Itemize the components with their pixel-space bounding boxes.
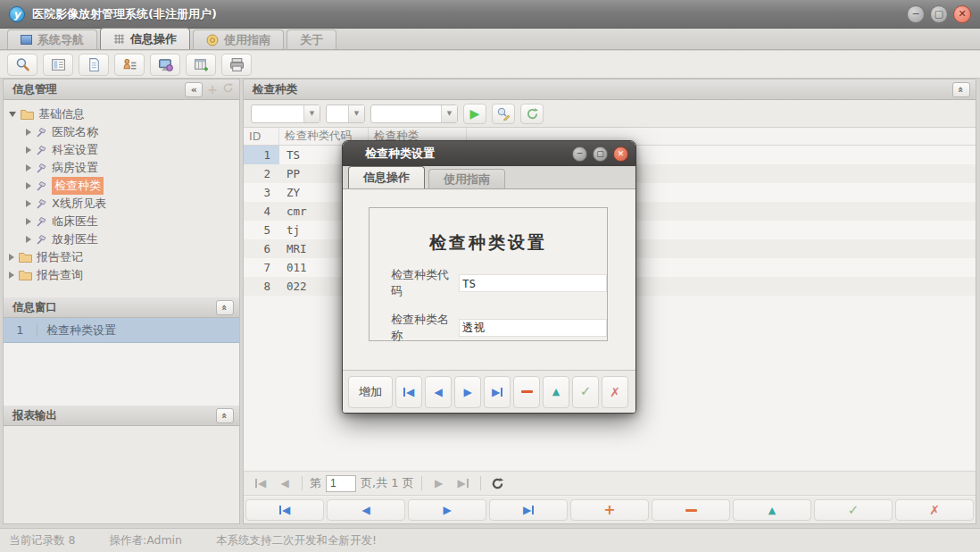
refresh-tree-icon[interactable]: [222, 82, 234, 96]
collapsed-arrow-icon[interactable]: [26, 129, 31, 136]
nav-last-button[interactable]: ▶: [489, 499, 568, 521]
collapsed-arrow-icon[interactable]: [26, 164, 31, 171]
add-button[interactable]: 增加: [348, 376, 393, 408]
tab-user-guide[interactable]: 使用指南: [193, 29, 284, 49]
expanded-arrow-icon[interactable]: [9, 112, 16, 117]
nav-first-button[interactable]: ◀: [245, 499, 324, 521]
main-tab-strip: 系统导航 信息操作 使用指南 关于: [0, 29, 980, 50]
nav-next-button[interactable]: ▶: [408, 499, 486, 521]
tab-system-nav[interactable]: 系统导航: [7, 29, 97, 49]
dialog-close-icon[interactable]: ✕: [613, 146, 628, 162]
run-query-button[interactable]: ▶: [463, 104, 486, 124]
info-window-header: 信息窗口 «: [4, 297, 239, 318]
page-first-button[interactable]: ◀: [251, 473, 270, 493]
printer-button[interactable]: [221, 54, 252, 76]
search-button[interactable]: [7, 54, 37, 76]
monitor-button[interactable]: [150, 54, 180, 76]
table-add-button[interactable]: [186, 54, 216, 76]
minimize-icon[interactable]: ─: [907, 5, 925, 23]
collapsed-arrow-icon[interactable]: [26, 146, 31, 154]
edit-record-button[interactable]: ▲: [733, 499, 811, 521]
nav-first-button[interactable]: ◀: [395, 376, 422, 408]
confirm-button[interactable]: ✓: [814, 499, 893, 521]
operator: 操作者:Admin: [109, 533, 182, 548]
tree-item-report-query[interactable]: 报告查询: [9, 266, 239, 284]
collapsed-arrow-icon[interactable]: [26, 200, 31, 207]
dialog-tab-info-operation[interactable]: 信息操作: [348, 166, 425, 188]
page-next-button[interactable]: ▶: [429, 473, 449, 493]
filter-dropdown-2[interactable]: ▼: [326, 105, 365, 123]
collapse-up-icon[interactable]: «: [216, 408, 234, 423]
document-icon: [87, 57, 102, 72]
edit-record-button[interactable]: ▲: [543, 376, 569, 408]
collapsed-arrow-icon[interactable]: [26, 236, 31, 243]
exam-type-dialog: 检查种类设置 ─ ▢ ✕ 信息操作 使用指南 检查种类设置 检查种类代码 检查种…: [342, 140, 636, 414]
remove-record-button[interactable]: [652, 499, 730, 521]
collapsed-arrow-icon[interactable]: [9, 272, 14, 279]
page-refresh-button[interactable]: [488, 473, 508, 493]
remove-record-button[interactable]: [513, 376, 540, 408]
collapsed-arrow-icon[interactable]: [26, 182, 31, 189]
tree-item-basic-info[interactable]: 基础信息: [9, 105, 239, 123]
collapse-up-icon[interactable]: «: [216, 300, 234, 315]
collapse-left-icon[interactable]: «: [185, 82, 203, 97]
tree-item-department-setup[interactable]: 科室设置: [9, 141, 239, 159]
tree-item-radiology-doctor[interactable]: 放射医生: [9, 230, 239, 248]
nav-prev-button[interactable]: ◀: [425, 376, 452, 408]
dialog-minimize-icon[interactable]: ─: [572, 146, 587, 162]
tree-item-exam-type[interactable]: 检查种类: [9, 177, 239, 195]
tree-item-hospital-name[interactable]: 医院名称: [9, 123, 239, 141]
tree-item-xray-findings[interactable]: X线所见表: [9, 195, 239, 213]
dialog-titlebar[interactable]: 检查种类设置 ─ ▢ ✕: [343, 141, 635, 166]
column-header-id[interactable]: ID: [244, 128, 279, 145]
cancel-icon: ✗: [610, 386, 620, 398]
tab-info-operation[interactable]: 信息操作: [100, 28, 190, 49]
refresh-button[interactable]: [520, 104, 544, 124]
dialog-maximize-icon[interactable]: ▢: [593, 146, 608, 162]
system-note: 本系统支持二次开发和全新开发!: [216, 533, 377, 548]
page-last-button[interactable]: ▶: [453, 473, 473, 493]
collapse-panel-icon[interactable]: «: [952, 82, 970, 97]
confirm-button[interactable]: ✓: [572, 376, 599, 408]
info-window-row[interactable]: 1 检查种类设置: [4, 318, 239, 343]
tree-item-report-register[interactable]: 报告登记: [9, 248, 239, 266]
page-prev-button[interactable]: ◀: [275, 473, 295, 493]
tree-item-ward-setup[interactable]: 病房设置: [9, 159, 239, 177]
exam-name-input[interactable]: [459, 319, 607, 337]
up-icon: ▲: [768, 506, 776, 515]
yellow-badge-icon: [206, 34, 219, 46]
nav-prev-button[interactable]: ◀: [327, 499, 405, 521]
exam-code-input[interactable]: [459, 274, 607, 292]
tree-item-clinical-doctor[interactable]: 临床医生: [9, 213, 239, 230]
app-logo-icon: y: [9, 6, 25, 22]
collapsed-arrow-icon[interactable]: [26, 218, 31, 225]
collapsed-arrow-icon[interactable]: [9, 254, 14, 261]
window-title: 医院影像放射管理系统(非注册用户): [32, 6, 217, 22]
add-record-button[interactable]: +: [570, 499, 649, 521]
page-number-input[interactable]: [326, 475, 356, 492]
info-tree: 基础信息 医院名称 科室设置 病房设置 检查种类 X线所见表: [4, 100, 239, 284]
document-button[interactable]: [79, 54, 109, 76]
form-button[interactable]: [43, 54, 73, 76]
cancel-button[interactable]: ✗: [602, 376, 628, 408]
tool-icon: [36, 180, 47, 191]
cancel-button[interactable]: ✗: [895, 499, 974, 521]
chevron-down-icon[interactable]: ▼: [303, 105, 320, 122]
chevron-down-icon[interactable]: ▼: [348, 105, 364, 122]
filter-dropdown-1[interactable]: ▼: [251, 105, 320, 123]
row-index: 1: [4, 323, 37, 337]
nav-next-button[interactable]: ▶: [454, 376, 481, 408]
tab-about[interactable]: 关于: [287, 29, 336, 49]
nav-last-button[interactable]: ▶: [484, 376, 511, 408]
grid-icon: [113, 34, 125, 45]
form-panel-title: 检查种类设置: [370, 231, 607, 255]
user-list-button[interactable]: [114, 54, 145, 76]
search-edit-button[interactable]: [492, 104, 515, 124]
close-icon[interactable]: ✕: [953, 5, 971, 23]
maximize-icon[interactable]: ▢: [930, 5, 948, 23]
dialog-tab-user-guide[interactable]: 使用指南: [428, 169, 505, 188]
filter-dropdown-3[interactable]: ▼: [370, 105, 458, 123]
search-icon: [15, 57, 30, 72]
chevron-down-icon[interactable]: ▼: [441, 105, 457, 122]
add-node-icon[interactable]: +: [207, 82, 218, 96]
